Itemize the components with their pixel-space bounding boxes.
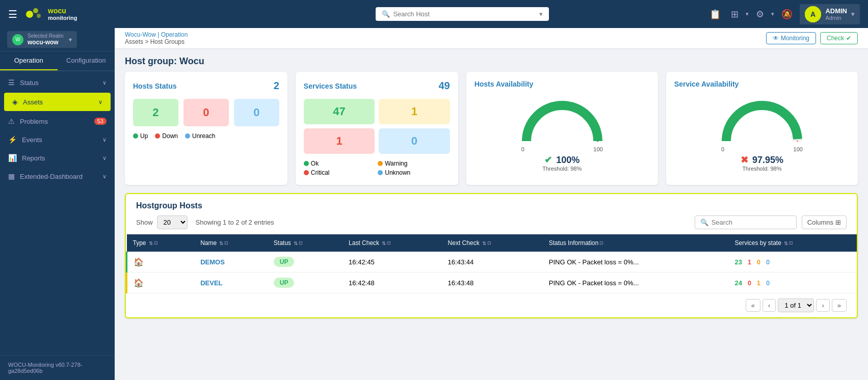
reports-icon: 📊 xyxy=(8,154,17,162)
host-icon: 🏠 xyxy=(134,258,144,266)
svc-blue-count: 0 xyxy=(766,258,770,266)
hosts-table: Type ⇅⊡ Name ⇅⊡ Status ⇅⊡ Last Check ⇅⊡ xyxy=(126,234,857,293)
unknown-label: Unknown xyxy=(385,169,410,176)
search-host-box[interactable]: 🔍 ▾ xyxy=(376,7,549,21)
hosts-unreach-box: 0 xyxy=(234,99,279,126)
cell-status: UP xyxy=(268,252,343,273)
th-status[interactable]: Status ⇅⊡ xyxy=(268,234,343,252)
sidebar-item-assets[interactable]: ◈ Assets ∨ xyxy=(4,93,111,111)
sidebar: W Selected Realm wocu-wow ▾ Operation Co… xyxy=(0,28,115,380)
assets-icon: ◈ xyxy=(12,98,18,106)
bell-slash-icon[interactable]: 🔕 xyxy=(778,6,796,23)
cell-type: 🏠 xyxy=(127,252,195,273)
show-select[interactable]: 20 50 100 xyxy=(157,215,188,229)
notes-icon[interactable]: 📋 xyxy=(706,6,724,23)
svc-critical-box: 1 xyxy=(304,128,375,154)
services-status-total: 49 xyxy=(438,80,450,92)
table-search-input[interactable] xyxy=(712,219,791,226)
dashboard-chevron[interactable]: ▾ xyxy=(746,11,749,17)
status-badge: UP xyxy=(274,257,295,267)
svc-green-count: 24 xyxy=(734,279,742,287)
footer-line1: WOCU-Monitoring v60.7-278- xyxy=(8,362,107,368)
table-search-icon: 🔍 xyxy=(700,219,708,226)
columns-icon: ⊞ xyxy=(835,219,841,226)
table-row[interactable]: 🏠 DEMOS UP 16:42:45 16:43:44 PING OK - P… xyxy=(127,252,857,273)
unknown-dot xyxy=(378,170,383,175)
th-type[interactable]: Type ⇅⊡ xyxy=(127,234,195,252)
sidebar-item-problems[interactable]: ⚠ Problems 53 xyxy=(0,112,115,130)
name-sort-icon: ⇅ xyxy=(219,240,223,246)
gear-icon[interactable]: ⚙ xyxy=(753,6,767,23)
th-last-check[interactable]: Last Check ⇅⊡ xyxy=(343,234,442,252)
realm-icon: W xyxy=(12,34,23,45)
monitoring-button[interactable]: 👁 Monitoring xyxy=(766,32,816,44)
cell-status-info: PING OK - Packet loss = 0%... xyxy=(543,252,729,273)
ok-dot xyxy=(304,161,309,166)
cell-name: DEMOS xyxy=(194,252,268,273)
next-check-sort-icon: ⇅ xyxy=(482,240,486,246)
tab-operation[interactable]: Operation xyxy=(0,51,58,70)
next-page-button[interactable]: › xyxy=(816,299,829,312)
first-page-button[interactable]: « xyxy=(746,299,760,312)
hosts-down-count: 0 xyxy=(203,106,209,119)
svc-orange-count: 0 xyxy=(757,258,760,266)
realm-chevron-icon: ▾ xyxy=(69,36,72,43)
hosts-status-title: Hosts Status xyxy=(133,82,177,90)
table-search-box[interactable]: 🔍 xyxy=(695,215,797,229)
hosts-up-count: 2 xyxy=(152,106,159,119)
sidebar-item-events[interactable]: ⚡ Events ∨ xyxy=(0,130,115,149)
check-button[interactable]: Check ✔ xyxy=(820,32,858,44)
check-icon: ✔ xyxy=(846,35,851,42)
search-host-input[interactable] xyxy=(393,10,525,18)
problems-icon: ⚠ xyxy=(8,117,15,125)
show-control: Show 20 50 100 xyxy=(136,215,188,229)
last-check-sort-icon: ⇅ xyxy=(382,240,386,246)
sidebar-item-extended-dashboard[interactable]: ▦ Extended-Dashboard ∨ xyxy=(0,167,115,185)
last-page-button[interactable]: » xyxy=(832,299,847,312)
cell-status: UP xyxy=(268,273,343,293)
cell-services-by-state: 23 1 0 0 xyxy=(728,252,857,273)
avatar: A xyxy=(805,6,821,22)
cell-next-check: 16:43:48 xyxy=(442,273,543,293)
th-status-info[interactable]: Status Information ⊡ xyxy=(543,234,729,252)
svc-legend: Ok Warning Critical Unknown xyxy=(304,160,450,176)
hosts-availability-card: Hosts Availability 0 100 xyxy=(466,72,658,185)
svc-green-count: 23 xyxy=(734,258,742,266)
th-services-by-state[interactable]: Services by state ⇅⊡ xyxy=(728,234,857,252)
realm-bar: W Selected Realm wocu-wow ▾ xyxy=(0,28,115,51)
status-badge: UP xyxy=(274,278,295,288)
host-boxes: 2 0 0 xyxy=(133,99,279,126)
svc-red-count: 1 xyxy=(748,258,751,266)
gear-chevron[interactable]: ▾ xyxy=(771,11,774,17)
realm-selector[interactable]: W Selected Realm wocu-wow ▾ xyxy=(7,31,77,48)
sidebar-item-reports[interactable]: 📊 Reports ∨ xyxy=(0,149,115,167)
page-select[interactable]: 1 of 1 xyxy=(778,298,814,312)
table-row[interactable]: 🏠 DEVEL UP 16:42:48 16:43:48 PING OK - P… xyxy=(127,273,857,293)
hamburger-menu[interactable]: ☰ xyxy=(8,8,17,20)
breadcrumb-path: Wocu-Wow | Operation xyxy=(125,31,188,38)
warning-label: Warning xyxy=(385,160,407,167)
dashboard-icon[interactable]: ⊞ xyxy=(728,6,742,23)
events-chevron-icon: ∨ xyxy=(102,137,107,143)
hosts-status-card: Hosts Status 2 2 0 0 xyxy=(125,72,287,185)
search-chevron-icon: ▾ xyxy=(539,10,543,18)
status-chevron-icon: ∨ xyxy=(102,79,107,86)
type-sort-icon: ⇅ xyxy=(149,240,153,246)
footer-line2: ga28d5ed06b xyxy=(8,368,107,374)
unreach-label: Unreach xyxy=(192,132,215,140)
prev-page-button[interactable]: ‹ xyxy=(762,299,776,312)
host-icon: 🏠 xyxy=(134,279,144,287)
cell-status-info: PING OK - Packet loss = 0%... xyxy=(543,273,729,293)
sidebar-item-status[interactable]: ☰ Status ∨ xyxy=(0,73,115,92)
svc-unknown-box: 0 xyxy=(379,128,450,154)
columns-button[interactable]: Columns ⊞ xyxy=(802,215,847,229)
sidebar-item-label-problems: Problems xyxy=(20,118,91,125)
svc-state-sort-icon: ⇅ xyxy=(784,240,788,246)
cell-next-check: 16:43:44 xyxy=(442,252,543,273)
th-next-check[interactable]: Next Check ⇅⊡ xyxy=(442,234,543,252)
tab-configuration[interactable]: Configuration xyxy=(58,51,115,70)
user-area[interactable]: A ADMIN Admin ▾ xyxy=(800,4,860,24)
th-name[interactable]: Name ⇅⊡ xyxy=(194,234,268,252)
pagination: « ‹ 1 of 1 › » xyxy=(126,293,857,317)
service-availability-threshold: Threshold: 98% xyxy=(741,166,783,172)
